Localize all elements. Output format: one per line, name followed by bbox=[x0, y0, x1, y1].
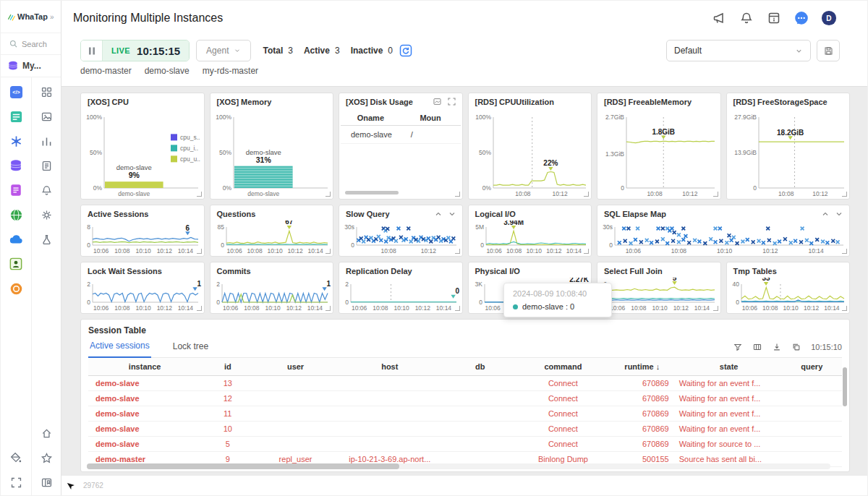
cell-runtime[interactable]: 670869 bbox=[608, 422, 676, 437]
cell-user[interactable] bbox=[254, 391, 337, 406]
column-header[interactable]: instance bbox=[88, 358, 201, 376]
code-icon[interactable]: </> bbox=[9, 85, 23, 99]
report-icon[interactable] bbox=[39, 158, 54, 173]
column-header[interactable]: query bbox=[782, 358, 842, 376]
agent-box-icon[interactable] bbox=[9, 257, 23, 271]
cell-state[interactable]: Waiting for an event f... bbox=[676, 376, 782, 391]
cell-query[interactable] bbox=[782, 391, 842, 406]
chat-bubble-icon[interactable] bbox=[793, 10, 809, 26]
download-icon[interactable] bbox=[772, 342, 782, 352]
globe-icon[interactable] bbox=[9, 208, 23, 222]
chart-canvas[interactable]: 85010:0610:0810:1010:1210:1467 bbox=[212, 221, 332, 255]
cell-state[interactable]: Waiting for an event f... bbox=[676, 422, 782, 437]
sidebar-search[interactable]: Search bbox=[1, 33, 61, 54]
column-header[interactable]: command bbox=[518, 358, 608, 376]
cell-id[interactable]: 10 bbox=[201, 422, 254, 437]
column-header[interactable]: state bbox=[676, 358, 782, 376]
server-icon[interactable] bbox=[9, 109, 23, 124]
chevron-down-icon[interactable] bbox=[448, 210, 456, 218]
cell-db[interactable] bbox=[443, 437, 518, 452]
cell-runtime[interactable]: 670869 bbox=[608, 391, 676, 406]
megaphone-icon[interactable] bbox=[711, 10, 727, 26]
chart-canvas[interactable]: 100%50%0%demo-slave31%demo-slave bbox=[212, 111, 332, 197]
cell-id[interactable]: 13 bbox=[201, 376, 254, 391]
home-icon[interactable] bbox=[39, 426, 54, 440]
avatar[interactable]: D bbox=[821, 10, 837, 26]
chart-canvas[interactable]: 2010:0610:0810:1010:1210:141 bbox=[212, 278, 332, 312]
columns-icon[interactable] bbox=[752, 342, 762, 352]
expand-icon[interactable] bbox=[447, 97, 456, 106]
cell-host[interactable] bbox=[337, 391, 443, 406]
cell-state[interactable]: Waiting for an event f... bbox=[676, 391, 782, 406]
cloud-icon[interactable] bbox=[9, 232, 23, 247]
cell-instance[interactable]: demo-slave bbox=[88, 406, 201, 422]
cell-user[interactable] bbox=[254, 376, 337, 391]
widget-image-icon[interactable] bbox=[39, 109, 54, 124]
save-preset-button[interactable] bbox=[817, 40, 840, 61]
column-header[interactable]: runtime ↓ bbox=[608, 358, 676, 376]
logs-icon[interactable] bbox=[9, 183, 23, 197]
cell-user[interactable] bbox=[254, 422, 337, 437]
copy-icon[interactable] bbox=[791, 342, 801, 352]
chart-canvas[interactable]: 5M010:0610:0810:1010:1210:143.94M bbox=[470, 221, 590, 255]
sidebar-item-my[interactable]: My... bbox=[1, 54, 61, 77]
flask-icon[interactable] bbox=[39, 232, 54, 247]
column-header[interactable]: host bbox=[337, 358, 443, 376]
cell-query[interactable] bbox=[782, 376, 842, 391]
cell-db[interactable] bbox=[443, 391, 518, 406]
chart-canvas[interactable]: 2010:0610:0810:1010:1210:140 bbox=[341, 278, 461, 312]
cell-db[interactable] bbox=[443, 406, 518, 422]
cell-host[interactable] bbox=[337, 422, 443, 437]
session-table-header[interactable]: instanceiduserhostdbcommandruntime ↓stat… bbox=[88, 358, 842, 376]
chart-canvas[interactable]: 30s010:0610:0810:1010:1210:14 bbox=[599, 221, 848, 255]
table-row[interactable]: demo-slave13Connect670869Waiting for an … bbox=[88, 376, 842, 391]
cell-user[interactable] bbox=[254, 406, 337, 422]
calendar-info-icon[interactable] bbox=[766, 10, 782, 26]
notification-bell-icon[interactable] bbox=[739, 10, 754, 26]
vertical-scrollbar[interactable] bbox=[843, 367, 847, 406]
disk-usage-table[interactable]: OnameMoundemo-slave/ bbox=[341, 111, 461, 197]
dashboard-grid-icon[interactable] bbox=[39, 85, 54, 99]
column-header[interactable]: db bbox=[443, 358, 518, 376]
cell-command[interactable]: Connect bbox=[518, 406, 608, 422]
tab-lock-tree[interactable]: Lock tree bbox=[171, 341, 210, 357]
chevron-up-icon[interactable] bbox=[821, 210, 830, 218]
cell-db[interactable] bbox=[443, 376, 518, 391]
chart-canvas[interactable]: 2.7GiB1.3GiB010:0810:121.8GiB bbox=[599, 111, 719, 197]
cell-query[interactable] bbox=[782, 406, 842, 422]
sidebar-collapse-arrow[interactable]: » bbox=[50, 13, 54, 21]
gear-icon[interactable] bbox=[39, 208, 54, 222]
cell-command[interactable]: Connect bbox=[518, 376, 608, 391]
cell-command[interactable]: Connect bbox=[518, 437, 608, 452]
cell-host[interactable] bbox=[337, 406, 443, 422]
tab-active-sessions[interactable]: Active sessions bbox=[88, 341, 151, 358]
cell-runtime[interactable]: 670869 bbox=[608, 406, 676, 422]
chevron-down-icon[interactable] bbox=[835, 210, 843, 218]
chart-canvas[interactable]: 100%50%0%10:0810:1222% bbox=[470, 111, 590, 197]
cell-state[interactable]: Waiting for an event f... bbox=[676, 406, 782, 422]
whatap-logo[interactable]: WhaTap » bbox=[1, 1, 61, 33]
cell-id[interactable]: 11 bbox=[201, 406, 254, 422]
cell-instance[interactable]: demo-slave bbox=[88, 391, 201, 406]
cell-host[interactable] bbox=[337, 437, 443, 452]
cell-command[interactable]: Connect bbox=[518, 391, 608, 406]
cell-runtime[interactable]: 670869 bbox=[608, 437, 676, 452]
chart-canvas[interactable]: 2010:0610:0810:1010:1210:141 bbox=[82, 278, 203, 312]
refresh-icon[interactable] bbox=[399, 43, 413, 58]
table-row[interactable]: demo-slave/ bbox=[341, 126, 461, 144]
scrollbar-thumb[interactable] bbox=[87, 463, 399, 469]
bell-icon[interactable] bbox=[39, 183, 54, 197]
agent-dropdown[interactable]: Agent bbox=[196, 40, 251, 61]
chevron-up-icon[interactable] bbox=[434, 210, 443, 218]
agent-tag[interactable]: my-rds-master bbox=[203, 66, 258, 76]
bar-chart-icon[interactable] bbox=[39, 134, 54, 148]
table-row[interactable]: demo-slave5Connect670869Waiting for sour… bbox=[88, 437, 842, 452]
cell-id[interactable]: 5 bbox=[201, 437, 254, 452]
panel-layout-icon[interactable] bbox=[39, 475, 54, 489]
cell-command[interactable]: Connect bbox=[518, 422, 608, 437]
fullscreen-icon[interactable] bbox=[9, 475, 23, 489]
column-header[interactable]: user bbox=[254, 358, 337, 376]
cell-host[interactable] bbox=[337, 376, 443, 391]
table-row[interactable]: demo-slave11Connect670869Waiting for an … bbox=[88, 406, 842, 422]
chart-canvas[interactable]: 6010:0610:0810:1010:1210:145 bbox=[599, 278, 719, 312]
